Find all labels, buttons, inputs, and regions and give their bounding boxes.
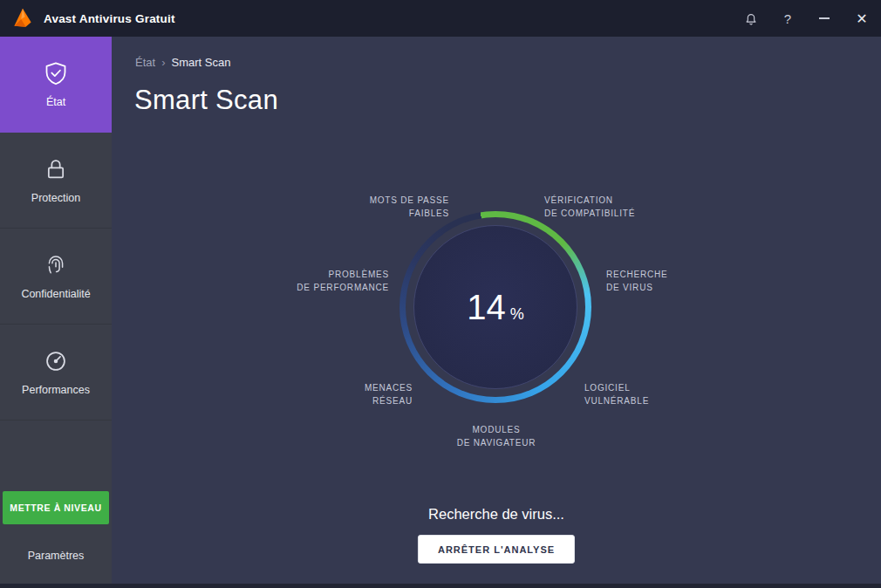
scan-label-compatibility-check: VÉRIFICATION DE COMPATIBILITÉ	[544, 194, 635, 220]
sidebar-item-parametres[interactable]: Paramètres	[0, 528, 112, 584]
scan-progress-ring: 14 %	[400, 211, 591, 403]
sidebar-item-label: Confidentialité	[21, 288, 90, 300]
sidebar-item-label: État	[46, 96, 65, 108]
breadcrumb: État›Smart Scan	[135, 56, 230, 69]
sidebar-item-performances[interactable]: Performances	[0, 325, 112, 420]
minimize-icon	[819, 17, 830, 19]
close-button[interactable]: ✕	[843, 0, 881, 37]
scan-label-virus-scan: RECHERCHE DE VIRUS	[606, 268, 668, 294]
scan-percent-value: 14	[467, 288, 506, 327]
breadcrumb-parent[interactable]: État	[135, 56, 155, 69]
titlebar-controls: ? ✕	[733, 0, 881, 37]
upgrade-button[interactable]: METTRE À NIVEAU	[3, 491, 109, 524]
sidebar-item-label: Performances	[22, 384, 90, 396]
scan-label-browser-addons: MODULES DE NAVIGATEUR	[112, 423, 881, 449]
app-title: Avast Antivirus Gratuit	[44, 12, 175, 25]
app-window: Avast Antivirus Gratuit ? ✕ État	[0, 0, 881, 588]
avast-logo-icon	[10, 6, 35, 31]
sidebar-item-protection[interactable]: Protection	[0, 133, 112, 229]
window-bottom-edge	[0, 584, 881, 588]
sidebar: État Protection Confidentialité	[0, 37, 112, 584]
notifications-bell-icon[interactable]	[733, 0, 769, 37]
lock-icon	[44, 157, 68, 181]
scan-percent-unit: %	[510, 305, 524, 324]
minimize-button[interactable]	[806, 0, 843, 37]
titlebar: Avast Antivirus Gratuit ? ✕	[0, 0, 881, 37]
breadcrumb-separator: ›	[161, 56, 165, 69]
sidebar-item-etat[interactable]: État	[0, 37, 112, 133]
sidebar-spacer	[0, 420, 112, 491]
sidebar-item-label: Protection	[31, 192, 80, 204]
shield-check-icon	[44, 61, 68, 85]
stop-scan-button[interactable]: ARRÊTER L'ANALYSE	[418, 535, 575, 564]
scan-label-vulnerable-software: LOGICIEL VULNÉRABLE	[584, 381, 649, 407]
settings-label: Paramètres	[28, 550, 85, 562]
scan-label-network-threats: MENACES RÉSEAU	[365, 381, 413, 407]
main-content: État›Smart Scan Smart Scan 14 % MOTS DE …	[112, 37, 881, 584]
scan-status-text: Recherche de virus...	[112, 506, 881, 523]
breadcrumb-current: Smart Scan	[171, 56, 230, 69]
scan-progress-disc: 14 %	[413, 225, 577, 389]
scan-label-performance-issues: PROBLÈMES DE PERFORMANCE	[297, 268, 389, 294]
help-button[interactable]: ?	[769, 0, 806, 37]
gauge-icon	[44, 349, 68, 373]
page-title: Smart Scan	[134, 85, 278, 116]
sidebar-item-confidentialite[interactable]: Confidentialité	[0, 229, 112, 325]
scan-label-weak-passwords: MOTS DE PASSE FAIBLES	[370, 194, 449, 220]
fingerprint-icon	[44, 253, 68, 277]
